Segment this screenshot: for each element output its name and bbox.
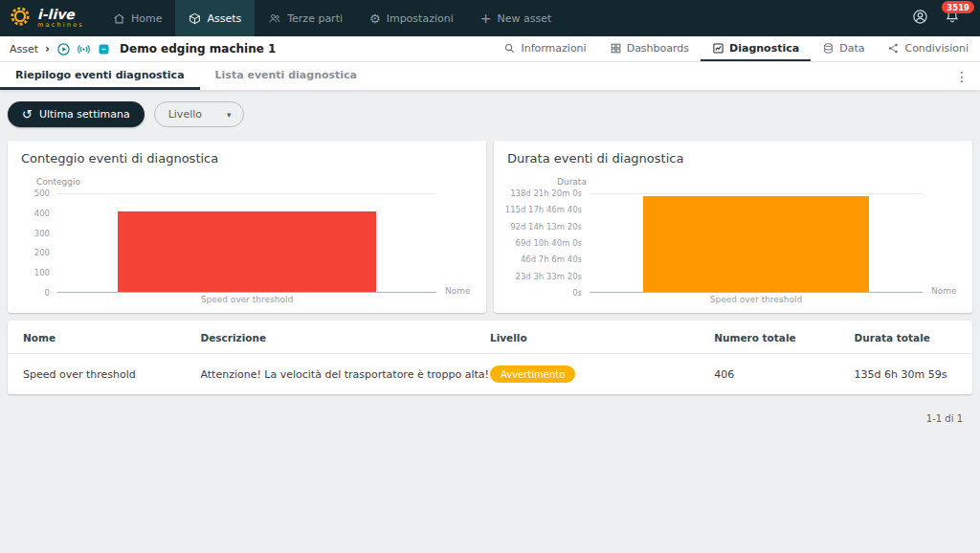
device-icon[interactable] <box>97 42 111 56</box>
column-header[interactable]: Durata totale <box>855 332 957 343</box>
x-axis-label: Nome <box>923 193 959 293</box>
y-tick-label: 300 <box>34 229 50 238</box>
chevron-down-icon: ▾ <box>227 110 232 120</box>
diagnostics-subtab-bar: Riepilogo eventi diagnostica Lista event… <box>0 62 980 90</box>
time-range-label: Ultima settimana <box>39 108 130 121</box>
filter-bar: ↺ Ultima settimana Livello ▾ <box>8 101 972 127</box>
play-circle-icon[interactable] <box>56 42 71 56</box>
kebab-icon: ⋮ <box>955 69 969 84</box>
tab-diagnostica[interactable]: Diagnostica <box>701 36 811 61</box>
tab-label: Informazioni <box>521 42 586 55</box>
y-tick-label: 23d 3h 33m 20s <box>516 272 582 281</box>
cell-total-count: 406 <box>714 368 854 381</box>
notifications-button[interactable]: 3519 <box>938 0 967 36</box>
breadcrumb-bar: Asset › Demo edging machine 1 <box>0 36 980 62</box>
logo-line2: machines <box>37 22 84 29</box>
tab-label: Condivisioni <box>904 42 969 55</box>
asset-title: Demo edging machine 1 <box>120 42 276 55</box>
home-icon <box>113 12 125 25</box>
plot-area: Speed over threshold <box>590 193 923 293</box>
duration-bar[interactable] <box>643 196 870 292</box>
broadcast-icon[interactable] <box>77 42 91 56</box>
cell-level: Avvertimento <box>490 365 714 383</box>
share-icon <box>887 42 900 55</box>
nav-item-terze-parti[interactable]: Terze parti <box>255 0 356 36</box>
y-tick-label: 200 <box>34 248 50 257</box>
account-icon <box>912 9 928 29</box>
y-tick-label: 0 <box>45 288 50 298</box>
chart-title: Durata eventi di diagnostica <box>507 151 959 166</box>
breadcrumb: Asset › Demo edging machine 1 <box>10 36 276 61</box>
y-tick-label: 400 <box>34 209 50 218</box>
grid-icon <box>610 42 622 55</box>
tab-label: Dashboards <box>627 42 689 55</box>
nav-item-assets[interactable]: Assets <box>175 0 255 36</box>
tab-data[interactable]: Data <box>811 36 876 61</box>
y-tick-label: 138d 21h 20m 0s <box>510 188 582 198</box>
y-axis-label: Durata <box>557 177 959 187</box>
column-header[interactable]: Descrizione <box>200 332 490 343</box>
breadcrumb-root[interactable]: Asset <box>10 43 38 55</box>
column-header[interactable]: Nome <box>23 332 200 343</box>
gridline <box>590 193 923 194</box>
level-select-label: Livello <box>168 108 202 121</box>
y-tick-label: 100 <box>34 268 50 277</box>
table-row[interactable]: Speed over threshold Attenzione! La velo… <box>8 354 972 394</box>
charts-section: Conteggio eventi di diagnostica Conteggi… <box>0 139 980 313</box>
plot-area: Speed over threshold <box>57 193 436 293</box>
top-navbar: i-live machines Home Assets Terze parti … <box>0 0 980 36</box>
nav-item-impostazioni[interactable]: ⚙ Impostazioni <box>356 0 467 36</box>
nav-label: New asset <box>497 12 551 25</box>
y-tick-label: 0s <box>572 288 582 298</box>
tab-label: Diagnostica <box>729 42 799 55</box>
diagnostics-chart-icon <box>712 42 724 55</box>
y-tick-label: 92d 14h 13m 20s <box>510 222 582 232</box>
cell-name: Speed over threshold <box>23 368 200 381</box>
database-icon <box>822 42 835 55</box>
events-table: Nome Descrizione Livello Numero totale D… <box>8 321 972 394</box>
y-axis-label: Conteggio <box>36 177 473 187</box>
column-header[interactable]: Livello <box>490 332 714 343</box>
nav-item-home[interactable]: Home <box>100 0 175 36</box>
y-tick-label: 46d 7h 6m 40s <box>521 254 582 264</box>
nav-label: Assets <box>207 12 241 25</box>
tab-condivisioni[interactable]: Condivisioni <box>876 36 980 61</box>
column-header[interactable]: Numero totale <box>714 332 854 343</box>
people-icon <box>268 12 281 25</box>
more-options-button[interactable]: ⋮ <box>944 62 980 90</box>
y-axis: 138d 21h 20m 0s115d 17h 46m 40s92d 14h 1… <box>507 193 590 293</box>
search-info-icon <box>503 42 516 55</box>
app-logo[interactable]: i-live machines <box>0 0 100 36</box>
y-axis: 5004003002001000 <box>21 193 57 293</box>
notification-count-badge: 3519 <box>942 1 974 13</box>
tab-dashboards[interactable]: Dashboards <box>598 36 701 61</box>
nav-item-new-asset[interactable]: + New asset <box>467 0 566 36</box>
tab-informazioni[interactable]: Informazioni <box>492 36 597 61</box>
tab-label: Data <box>839 42 864 55</box>
level-badge: Avvertimento <box>490 365 575 383</box>
table-header-row: Nome Descrizione Livello Numero totale D… <box>8 321 972 354</box>
nav-label: Home <box>131 12 162 25</box>
subtab-label: Riepilogo eventi diagnostica <box>15 69 185 81</box>
duration-chart-card: Durata eventi di diagnostica Durata 138d… <box>494 141 972 313</box>
chart-title: Conteggio eventi di diagnostica <box>21 151 473 166</box>
chevron-right-icon: › <box>45 42 50 55</box>
account-button[interactable] <box>905 0 934 36</box>
subtab-riepilogo[interactable]: Riepilogo eventi diagnostica <box>0 62 200 90</box>
brand-gear-icon <box>10 6 31 31</box>
y-tick-label: 500 <box>34 188 50 198</box>
plus-icon: + <box>480 11 492 25</box>
time-range-button[interactable]: ↺ Ultima settimana <box>8 101 145 127</box>
count-bar[interactable] <box>118 211 375 292</box>
cube-icon <box>189 12 201 25</box>
y-tick-label: 69d 10h 40m 0s <box>516 238 582 248</box>
logo-line1: i-live <box>37 8 84 21</box>
nav-label: Terze parti <box>287 12 343 25</box>
subtab-lista[interactable]: Lista eventi diagnostica <box>200 62 372 90</box>
level-select[interactable]: Livello ▾ <box>154 101 244 127</box>
asset-tab-bar: Informazioni Dashboards Diagnostica Data… <box>492 36 980 61</box>
x-category-label: Speed over threshold <box>57 295 436 304</box>
gear-icon: ⚙ <box>369 12 381 25</box>
y-tick-label: 115d 17h 46m 40s <box>505 205 582 214</box>
cell-total-duration: 135d 6h 30m 59s <box>855 368 957 381</box>
